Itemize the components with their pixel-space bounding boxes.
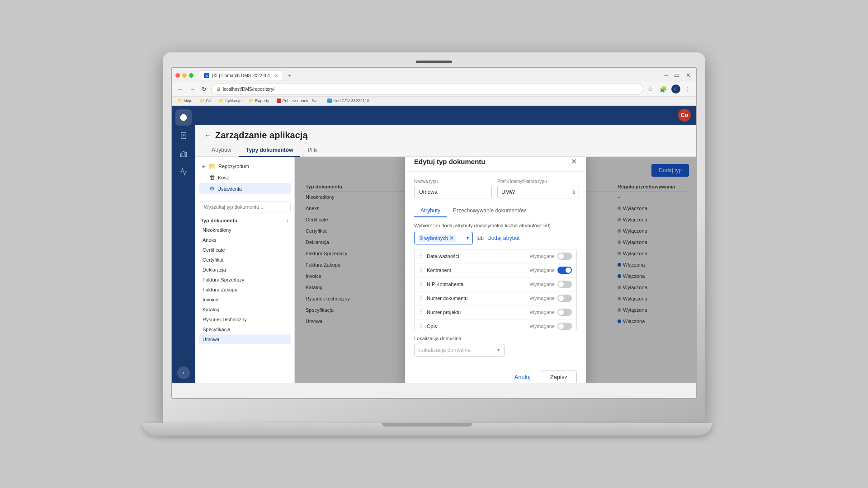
doc-type-item[interactable]: Aneks: [199, 235, 291, 245]
sidebar-icon-chart[interactable]: [175, 145, 192, 162]
page-header: ← Zarządzanie aplikacją: [195, 125, 696, 141]
required-toggle[interactable]: [557, 295, 572, 302]
drag-handle-icon[interactable]: ⠿: [419, 309, 423, 315]
modal-overlay[interactable]: Edytuj typ dokumentu ✕ Nazwa typu: [295, 157, 696, 383]
doc-type-item[interactable]: Invoice: [199, 295, 291, 305]
tree-label: Repozytorium: [218, 164, 249, 169]
save-button[interactable]: Zapisz: [541, 371, 577, 383]
doc-type-item-umowa[interactable]: Umowa: [199, 334, 291, 344]
minimize-button[interactable]: –: [663, 71, 670, 80]
sidebar: ›: [172, 106, 195, 383]
required-toggle[interactable]: [557, 267, 572, 274]
new-tab-button[interactable]: +: [285, 71, 294, 80]
field-prefix: Prefix identyfikatora typu ℹ: [497, 179, 579, 198]
tab-close[interactable]: ✕: [274, 73, 278, 78]
add-attribute-link[interactable]: Dodaj atrybut: [487, 235, 519, 241]
doc-type-item[interactable]: Specyfikacja: [199, 324, 291, 334]
refresh-button[interactable]: ↻: [200, 85, 208, 94]
sidebar-icon-analytics[interactable]: [175, 164, 192, 180]
localization-dropdown[interactable]: Lokalizacja domyślna ▾: [414, 344, 505, 357]
restore-button[interactable]: ▭: [672, 71, 681, 80]
doc-type-item[interactable]: Rysunek techniczny: [199, 314, 291, 324]
doc-type-header[interactable]: Typ dokumentu ↕: [199, 216, 291, 225]
folder-icon: 📁: [208, 163, 216, 169]
modal-body: Nazwa typu Prefix identyfikatora typu: [405, 172, 586, 364]
field-nazwa-input[interactable]: [414, 186, 492, 198]
tree-label: Ustawienia: [217, 186, 242, 192]
bookmark-ebook[interactable]: Pobierz ebook - Sz...: [275, 98, 322, 103]
top-banner: Co: [195, 106, 696, 125]
multiselect-row: 9 wybranych ✕ ▾ lub Dodaj atrybut: [414, 232, 577, 244]
doc-type-item[interactable]: Katalog: [199, 305, 291, 314]
doc-type-item[interactable]: Faktura Sprzedaży: [199, 275, 291, 285]
user-avatar[interactable]: Co: [678, 109, 691, 122]
sidebar-icon-home[interactable]: [175, 109, 192, 126]
modal-header: Edytuj typ dokumentu ✕: [405, 157, 586, 172]
sort-icon: ↕: [287, 218, 289, 223]
back-button[interactable]: ←: [204, 131, 212, 140]
bookmark-button[interactable]: ☆: [646, 85, 655, 94]
attr-row-opis: ⠿ Opis Wymagane: [415, 319, 576, 330]
modal-tab-atrybuty[interactable]: Atrybuty: [414, 205, 447, 217]
modal-footer: Anuluj Zapisz: [405, 364, 586, 383]
doc-type-item[interactable]: Deklaracja: [199, 265, 291, 275]
settings-icon: ⚙: [209, 185, 215, 192]
doc-type-item[interactable]: Nieokreślony: [199, 225, 291, 235]
forward-nav-button[interactable]: →: [188, 85, 197, 94]
doc-type-item[interactable]: Faktura Zakupu: [199, 285, 291, 295]
tab-atrybuty[interactable]: Atrybuty: [204, 144, 239, 157]
tree-item-repozytorium[interactable]: ▶ 📁 Repozytorium: [199, 160, 291, 172]
drag-handle-icon[interactable]: ⠿: [419, 281, 423, 287]
tag-clear-icon[interactable]: ✕: [449, 235, 454, 241]
attr-row-numer-proj: ⠿ Numer projektu Wymagane: [415, 305, 576, 319]
bookmark-moje[interactable]: 📁 Moje: [175, 98, 194, 103]
tab-typy-dokumentow[interactable]: Typy dokumentów: [239, 144, 300, 157]
profile-button[interactable]: C: [671, 84, 680, 94]
bookmark-label: Kod CPV 38222110...: [333, 99, 373, 103]
multiselect-dropdown[interactable]: 9 wybranych ✕ ▾: [414, 232, 473, 244]
bookmark-aplikacje[interactable]: 📁 Aplikacje: [217, 98, 243, 103]
cancel-button[interactable]: Anuluj: [509, 371, 536, 383]
url-text: localhost/DMS/repository/: [223, 87, 274, 92]
bookmark-raporty[interactable]: 📁 Raporty: [247, 98, 271, 103]
active-tab[interactable]: X [XL] Comarch DMS 2022.0.4 ✕: [199, 70, 283, 80]
required-toggle[interactable]: [557, 253, 572, 260]
address-bar[interactable]: 🔒 localhost/DMS/repository/: [211, 84, 643, 94]
attr-toggle-group: Wymagane: [529, 253, 572, 260]
attr-name: NIP Kontrahenta: [427, 282, 529, 287]
sidebar-expand-button[interactable]: ›: [177, 366, 190, 379]
trash-icon: 🗑: [209, 174, 215, 181]
drag-handle-icon[interactable]: ⠿: [419, 253, 423, 259]
drag-handle-icon[interactable]: ⠿: [419, 295, 423, 301]
extensions-button[interactable]: 🧩: [658, 85, 669, 94]
required-label: Wymagane: [529, 282, 555, 287]
tree-item-kosz[interactable]: 🗑 Kosz: [199, 172, 291, 183]
tree-item-ustawienia[interactable]: ⚙ Ustawienia: [199, 183, 291, 194]
attr-name: Opis: [427, 324, 529, 329]
drag-handle-icon[interactable]: ⠿: [419, 323, 423, 329]
attr-name: Data ważności: [427, 253, 529, 259]
doc-type-item[interactable]: Certyfikat: [199, 255, 291, 265]
svg-point-0: [180, 114, 187, 121]
search-input[interactable]: [199, 202, 291, 212]
tabs-row: Atrybuty Typy dokumentów Pliki: [195, 141, 696, 157]
menu-button[interactable]: ⋮: [683, 85, 693, 94]
doc-type-item[interactable]: Certificate: [199, 245, 291, 255]
attr-toggle-group: Wymagane: [529, 295, 572, 302]
info-icon[interactable]: ℹ: [573, 188, 575, 195]
close-button[interactable]: ✕: [684, 71, 693, 80]
bookmark-kod[interactable]: Kod CPV 38222110...: [326, 98, 374, 103]
drag-handle-icon[interactable]: ⠿: [419, 267, 423, 273]
sidebar-icon-document[interactable]: [175, 127, 192, 144]
attr-name: Kontrahent: [427, 267, 529, 273]
modal-close-button[interactable]: ✕: [571, 157, 577, 166]
tab-pliki[interactable]: Pliki: [300, 144, 325, 157]
required-toggle[interactable]: [557, 281, 572, 288]
doc-type-list: Nieokreślony Aneks Certificate Certyfika…: [199, 225, 291, 344]
bookmark-ca[interactable]: 📁 CA: [198, 98, 214, 103]
back-nav-button[interactable]: ←: [175, 85, 185, 94]
required-toggle[interactable]: [557, 323, 572, 330]
modal-tab-przechowywanie[interactable]: Przechowywanie dokumentów: [447, 205, 532, 217]
required-toggle[interactable]: [557, 309, 572, 316]
field-prefix-input[interactable]: [498, 186, 573, 198]
